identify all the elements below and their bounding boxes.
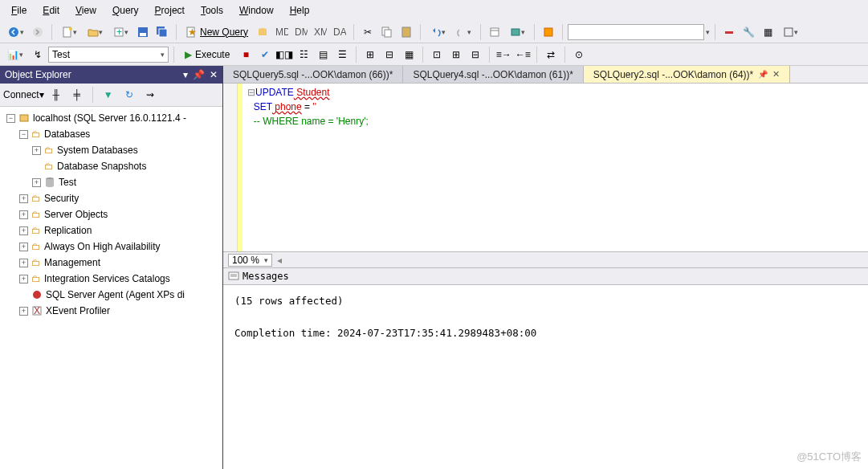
pin-icon[interactable]: 📌 — [193, 69, 205, 80]
tree-databases[interactable]: −🗀Databases — [0, 126, 222, 142]
editor-area: SQLQuery5.sql -...OOK\damon (66))* SQLQu… — [223, 66, 868, 469]
menu-help[interactable]: Help — [283, 3, 316, 18]
copy-button[interactable] — [378, 23, 396, 41]
dropdown-icon[interactable]: ▾ — [183, 69, 188, 80]
parse-button[interactable]: ✔ — [256, 46, 274, 63]
folder-icon: 🗀 — [31, 209, 41, 220]
mdx-icon[interactable]: MDX — [273, 23, 291, 41]
tree-agent[interactable]: SQL Server Agent (Agent XPs di — [0, 287, 222, 303]
tree-server-node[interactable]: −localhost (SQL Server 16.0.1121.4 - — [0, 110, 222, 126]
tool-icon-4[interactable]: ▾ — [778, 23, 802, 41]
menu-file[interactable]: FFileile — [5, 3, 33, 18]
tool-icon-1[interactable] — [720, 23, 738, 41]
new-query-button[interactable]: ★New Query — [181, 23, 252, 41]
close-tab-icon[interactable]: ✕ — [772, 69, 780, 80]
change-connection-icon[interactable]: ↯ — [29, 46, 47, 63]
indent-icon[interactable]: ≡→ — [495, 46, 512, 63]
outdent-icon[interactable]: ←≡ — [514, 46, 532, 63]
nav-forward-button[interactable] — [29, 23, 47, 41]
folder-icon: 🗀 — [31, 273, 41, 284]
registered-servers-icon[interactable]: ▾ — [505, 23, 529, 41]
tree-isc[interactable]: +🗀Integration Services Catalogs — [0, 271, 222, 287]
svg-text:+: + — [116, 27, 122, 38]
surround-icon[interactable]: ⊙ — [570, 46, 588, 63]
paste-button[interactable] — [397, 23, 415, 41]
sqlcmd-icon[interactable]: ▦ — [400, 46, 418, 63]
connect-toolbar: Connect▾ ╫ ╪ ▼ ↻ ⇝ — [0, 84, 222, 107]
query-options-icon[interactable]: ☷ — [295, 46, 312, 63]
tree-xevent[interactable]: +XXEvent Profiler — [0, 303, 222, 319]
use-db-icon[interactable]: 📊▾ — [3, 46, 27, 63]
comment-icon[interactable]: ⊟ — [467, 46, 484, 63]
tree-management[interactable]: +🗀Management — [0, 255, 222, 271]
tab-sqlquery4[interactable]: SQLQuery4.sql -...OOK\damon (61))* — [403, 66, 583, 83]
code-editor[interactable]: ⊟UPDATE Student SET phone = '' -- WHERE … — [223, 84, 868, 252]
menu-view[interactable]: View — [69, 3, 103, 18]
results-file-icon[interactable]: ⊡ — [428, 46, 446, 63]
tree-replication[interactable]: +🗀Replication — [0, 222, 222, 239]
messages-tab[interactable]: Messages — [223, 268, 868, 285]
dmx-icon[interactable]: DMX — [292, 23, 310, 41]
undo-button[interactable]: ▾ — [426, 23, 450, 41]
dax-icon[interactable]: DAX — [331, 23, 348, 41]
pulse-icon[interactable]: ⇝ — [141, 86, 159, 104]
redo-button[interactable]: ▾ — [451, 23, 475, 41]
nav-back-button[interactable]: ▾ — [3, 23, 27, 41]
toolbar-sql: 📊▾ ↯ Test▾ ▶Execute ■ ✔ ◧◨ ☷ ▤ ☰ ⊞ ⊟ ▦ ⊡… — [0, 43, 868, 66]
stop-icon[interactable]: ╪ — [68, 86, 86, 104]
tree-system-databases[interactable]: +🗀System Databases — [0, 142, 222, 158]
svg-rect-20 — [402, 27, 410, 37]
tree-db-snapshots[interactable]: 🗀Database Snapshots — [0, 158, 222, 174]
tree-server-objects[interactable]: +🗀Server Objects — [0, 206, 222, 222]
add-item-button[interactable]: +▾ — [108, 23, 132, 41]
database-selector[interactable]: Test▾ — [48, 47, 169, 63]
svg-rect-25 — [725, 31, 733, 34]
cancel-query-button[interactable]: ■ — [237, 46, 255, 63]
toolbar-standard: ▾ ▾ ▾ +▾ ★New Query MDX DMX XMLA DAX ✂ ▾… — [0, 21, 868, 43]
close-icon[interactable]: ✕ — [210, 69, 218, 80]
menu-project[interactable]: Project — [149, 3, 191, 18]
include-plan-icon[interactable]: ⊟ — [381, 46, 398, 63]
disconnect-icon[interactable]: ╫ — [47, 86, 65, 104]
menu-window[interactable]: Window — [233, 3, 280, 18]
tree-security[interactable]: +🗀Security — [0, 190, 222, 206]
code-content[interactable]: ⊟UPDATE Student SET phone = '' -- WHERE … — [242, 84, 373, 251]
zoom-selector[interactable]: 100 %▾ — [228, 254, 272, 267]
search-input[interactable] — [568, 24, 704, 40]
cut-button[interactable]: ✂ — [359, 23, 377, 41]
menu-tools[interactable]: Tools — [194, 3, 230, 18]
save-button[interactable] — [134, 23, 152, 41]
properties-icon[interactable] — [486, 23, 503, 41]
open-file-button[interactable]: ▾ — [83, 23, 107, 41]
connect-button[interactable]: Connect▾ — [3, 89, 44, 100]
results-grid-icon[interactable]: ▤ — [314, 46, 332, 63]
refresh-icon[interactable]: ↻ — [120, 86, 138, 104]
tool-icon-3[interactable]: ▦ — [759, 23, 776, 41]
tree-always-on[interactable]: +🗀Always On High Availability — [0, 239, 222, 255]
svg-text:X: X — [34, 305, 40, 316]
include-stats-icon[interactable]: ⊞ — [361, 46, 379, 63]
svg-rect-7 — [140, 33, 146, 36]
search-dropdown-icon[interactable]: ▾ — [706, 28, 710, 36]
menu-query[interactable]: Query — [106, 3, 145, 18]
folder-icon: 🗀 — [44, 145, 54, 156]
execute-button[interactable]: ▶Execute — [179, 46, 235, 63]
activity-monitor-icon[interactable] — [540, 23, 557, 41]
results-text-icon[interactable]: ☰ — [333, 46, 351, 63]
svg-rect-13 — [259, 30, 267, 35]
messages-output[interactable]: (15 rows affected) Completion time: 2024… — [223, 285, 868, 469]
db-query-icon-1[interactable] — [254, 23, 271, 41]
results-pane-icon[interactable]: ⊞ — [447, 46, 465, 63]
new-file-button[interactable]: ▾ — [57, 23, 81, 41]
filter-icon[interactable]: ▼ — [100, 86, 117, 104]
tree-test-db[interactable]: +Test — [0, 174, 222, 190]
menu-edit[interactable]: Edit — [36, 3, 66, 18]
specify-values-icon[interactable]: ⇄ — [542, 46, 560, 63]
tab-sqlquery5[interactable]: SQLQuery5.sql -...OOK\damon (66))* — [223, 66, 403, 83]
pin-icon[interactable]: 📌 — [758, 70, 768, 79]
tab-sqlquery2[interactable]: SQLQuery2.sql -...OOK\damon (64))*📌✕ — [584, 66, 790, 83]
display-plan-icon[interactable]: ◧◨ — [275, 46, 293, 63]
save-all-button[interactable] — [153, 23, 171, 41]
xmla-icon[interactable]: XMLA — [312, 23, 329, 41]
wrench-icon[interactable]: 🔧 — [740, 23, 757, 41]
